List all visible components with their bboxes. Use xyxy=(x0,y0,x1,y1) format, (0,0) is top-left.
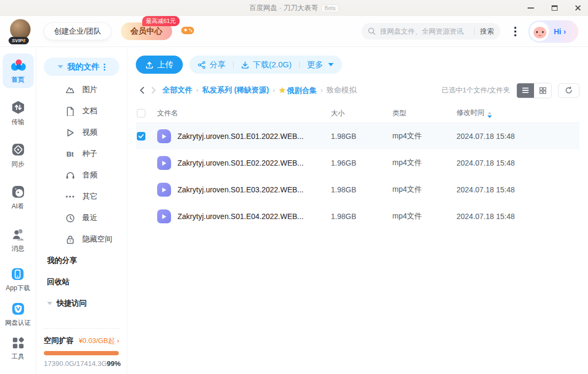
storage-usage: 17390.0G/17414.3G99% xyxy=(44,360,119,368)
file-modified: 2024.07.18 15:48 xyxy=(457,185,579,194)
table-row[interactable]: Zakrytyj.uroven.S01.E02.2022.WEB... 1.96… xyxy=(136,150,579,176)
sidebar-item-torrents[interactable]: Bt 种子 xyxy=(44,143,119,165)
sidebar-item-audio[interactable]: 音频 xyxy=(44,165,119,186)
category-list: 图片 文档 视频 Bt 种子 xyxy=(44,79,119,250)
table-row[interactable]: Zakrytyj.uroven.S01.E01.2022.WEB... 1.98… xyxy=(136,123,579,150)
more-menu-button[interactable] xyxy=(512,25,519,38)
table-row[interactable]: Zakrytyj.uroven.S01.E04.2022.WEB... 1.98… xyxy=(136,203,579,230)
rail-item-sync[interactable]: 同步 xyxy=(3,138,34,173)
sync-icon xyxy=(11,142,26,157)
breadcrumb-separator: › xyxy=(321,87,323,94)
sidebar-item-hidden-space[interactable]: 隐藏空间 xyxy=(44,229,119,250)
video-file-icon xyxy=(157,156,171,170)
grid-view-button[interactable] xyxy=(534,83,551,98)
file-name[interactable]: Zakrytyj.uroven.S01.E04.2022.WEB... xyxy=(177,212,304,221)
rail-label-verification: 网盘认证 xyxy=(5,318,31,328)
rail-item-transfer[interactable]: 传输 xyxy=(3,96,34,130)
sidebar-item-recycle-bin[interactable]: 回收站 xyxy=(44,271,119,293)
table-row[interactable]: Zakrytyj.uroven.S01.E03.2022.WEB... 1.98… xyxy=(136,176,579,203)
svip-badge: SVIP8 xyxy=(9,37,29,44)
assistant-avatar xyxy=(529,21,550,42)
collapse-arrow-icon xyxy=(47,302,52,305)
sidebar-item-my-share[interactable]: 我的分享 xyxy=(44,250,119,271)
rail-label-home: 首页 xyxy=(12,75,25,84)
file-name[interactable]: Zakrytyj.uroven.S01.E01.2022.WEB... xyxy=(177,132,304,141)
document-icon xyxy=(65,107,75,116)
header-modified[interactable]: 修改时间 xyxy=(457,108,579,118)
rail-item-home[interactable]: 首页 xyxy=(3,53,34,88)
minimize-button[interactable] xyxy=(526,3,536,13)
rail-label-transfer: 传输 xyxy=(12,118,25,127)
file-type: mp4文件 xyxy=(392,158,457,168)
sidebar-item-others[interactable]: 其它 xyxy=(44,186,119,207)
view-toggle xyxy=(516,83,552,98)
actions-group: 分享 下载(2.0G) 更多 xyxy=(189,56,342,74)
sidebar-item-documents[interactable]: 文档 xyxy=(44,100,119,122)
select-all-checkbox[interactable] xyxy=(137,109,145,118)
my-files-menu-icon[interactable] xyxy=(104,64,105,71)
breadcrumb-folder-2[interactable]: ★俄剧合集 xyxy=(278,85,316,96)
search-bar[interactable]: 搜索 xyxy=(361,23,500,40)
title-bar[interactable]: 百度网盘 · 刀刀大表哥 Beta ✕ xyxy=(0,0,588,16)
search-divider xyxy=(474,28,475,35)
create-team-label: 创建企业/团队 xyxy=(54,27,101,36)
close-button[interactable]: ✕ xyxy=(573,3,583,13)
header-size[interactable]: 大小 xyxy=(331,108,392,118)
maximize-button[interactable] xyxy=(550,3,559,13)
breadcrumb-folder-1[interactable]: 私发系列 (稀缺资源) xyxy=(202,85,269,95)
selection-info: 已选中1个文件/文件夹 xyxy=(442,85,510,95)
rail-item-ai-view[interactable]: AI看 xyxy=(3,180,34,215)
back-button[interactable] xyxy=(136,87,148,94)
star-icon: ★ xyxy=(278,85,285,95)
refresh-button[interactable] xyxy=(558,83,579,98)
user-avatar[interactable]: SVIP8 xyxy=(10,19,33,44)
tools-icon xyxy=(11,336,25,350)
rail-item-app-download[interactable]: App下载 xyxy=(6,267,30,293)
window-title-wrap: 百度网盘 · 刀刀大表哥 Beta xyxy=(249,3,338,13)
sidebar-divider xyxy=(44,328,119,329)
create-team-button[interactable]: 创建企业/团队 xyxy=(44,22,111,40)
app-window: 百度网盘 · 刀刀大表哥 Beta ✕ SVIP8 创建企业/团队 会员中心 最… xyxy=(0,0,588,374)
sidebar-item-my-files[interactable]: 我的文件 xyxy=(44,58,119,76)
storage-upgrade-link[interactable]: ¥0.03/GB起 › xyxy=(79,336,119,346)
file-modified: 2024.07.18 15:48 xyxy=(457,212,579,221)
row-checkbox-checked[interactable] xyxy=(137,132,145,141)
search-submit-button[interactable]: 搜索 xyxy=(480,27,494,36)
header-type[interactable]: 类型 xyxy=(392,108,457,118)
category-label: 图片 xyxy=(82,85,97,95)
download-button[interactable]: 下载(2.0G) xyxy=(241,60,292,70)
list-view-button[interactable] xyxy=(517,83,534,98)
rail-item-tools[interactable]: 工具 xyxy=(11,336,25,361)
breadcrumb-all-files[interactable]: 全部文件 xyxy=(163,85,192,95)
more-button[interactable]: 更多 xyxy=(307,60,334,70)
share-button[interactable]: 分享 xyxy=(198,60,226,70)
search-input[interactable] xyxy=(380,27,469,35)
storage-usage-text: 17390.0G/17414.3G xyxy=(44,360,107,368)
sidebar-item-recent[interactable]: 最近 xyxy=(44,207,119,229)
category-label: 最近 xyxy=(82,213,97,223)
ellipsis-icon xyxy=(65,195,75,198)
file-size: 1.96GB xyxy=(331,159,392,167)
share-label: 分享 xyxy=(210,60,226,70)
forward-button[interactable] xyxy=(148,87,159,94)
rail-item-verification[interactable]: 网盘认证 xyxy=(5,301,31,328)
upload-button[interactable]: 上传 xyxy=(136,56,183,74)
rail-item-messages[interactable]: 消息 xyxy=(3,222,34,257)
sort-icon[interactable] xyxy=(488,112,492,118)
game-center-button[interactable] xyxy=(181,25,195,38)
sidebar-item-videos[interactable]: 视频 xyxy=(44,122,119,143)
minimize-icon xyxy=(528,7,534,9)
ai-view-icon xyxy=(11,184,26,199)
assistant-pill[interactable]: Hi › xyxy=(528,20,578,43)
file-name[interactable]: Zakrytyj.uroven.S01.E02.2022.WEB... xyxy=(177,159,304,167)
file-name[interactable]: Zakrytyj.uroven.S01.E03.2022.WEB... xyxy=(177,185,304,194)
sidebar-item-images[interactable]: 图片 xyxy=(44,79,119,100)
category-label: 其它 xyxy=(82,192,97,201)
breadcrumb-row: 全部文件 › 私发系列 (稀缺资源) › ★俄剧合集 › 致命模拟 已选中1个文… xyxy=(136,82,579,98)
netdisk-logo-icon xyxy=(9,58,27,73)
more-label: 更多 xyxy=(307,60,323,70)
window-controls: ✕ xyxy=(526,0,583,16)
file-modified: 2024.07.18 15:48 xyxy=(457,132,579,141)
header-filename[interactable]: 文件名 xyxy=(157,108,331,118)
sidebar-item-quick-access[interactable]: 快捷访问 xyxy=(44,293,119,314)
